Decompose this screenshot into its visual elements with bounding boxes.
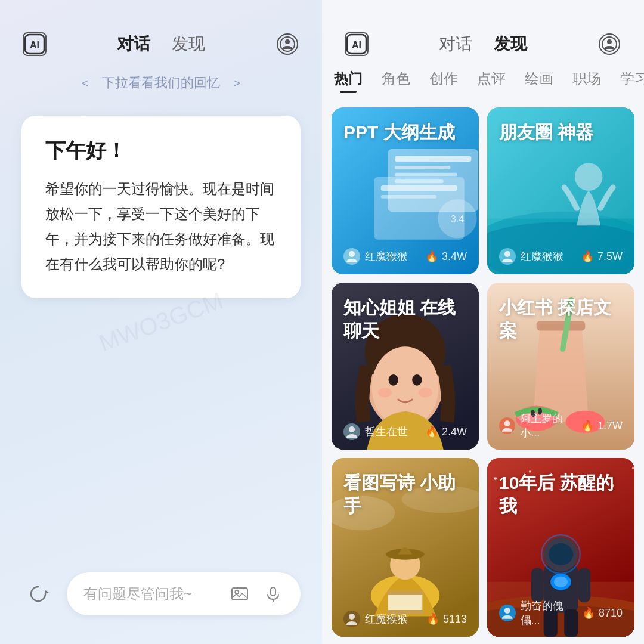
card-poem-footer: 红魔猴猴 🔥 5113 (343, 611, 467, 627)
card-xiaohongshu-avatar (499, 417, 515, 434)
card-friends-author: 红魔猴猴 (499, 248, 564, 265)
card-future-footer: 勤奋的傀儡... 🔥 8710 (499, 599, 623, 627)
card-ppt-footer: 红魔猴猴 🔥 3.4W (343, 248, 467, 265)
left-footer: 有问题尽管问我~ (0, 558, 322, 644)
card-poem-likes: 🔥 5113 (426, 612, 467, 626)
card-friends[interactable]: 朋友圈 神器 红魔猴猴 🔥 7.5W (487, 107, 634, 274)
heart-icon-poem: 🔥 (426, 612, 439, 626)
mic-icon[interactable] (262, 583, 284, 605)
card-xiaohongshu[interactable]: 小红书 探店文案 阿主罗的小... 🔥 1.7W (487, 283, 634, 450)
card-poem-likes-count: 5113 (443, 613, 467, 626)
svg-point-78 (504, 608, 510, 614)
input-placeholder: 有问题尽管问我~ (83, 584, 229, 603)
heart-icon-friends: 🔥 (581, 250, 594, 263)
card-ppt-overlay: PPT 大纲生成 红魔猴猴 🔥 3.4W (332, 107, 479, 274)
card-future-likes-count: 8710 (599, 607, 623, 620)
card-friends-footer: 红魔猴猴 🔥 7.5W (499, 248, 623, 265)
heart-icon-sister: 🔥 (425, 425, 438, 438)
message-card: 下午好！ 希望你的一天过得愉快。现在是时间放松一下，享受一下这个美好的下午，并为… (21, 116, 301, 298)
card-xiaohongshu-title: 小红书 探店文案 (499, 296, 623, 342)
chat-content: 下午好！ 希望你的一天过得愉快。现在是时间放松一下，享受一下这个美好的下午，并为… (0, 104, 322, 558)
card-sister[interactable]: 知心姐姐 在线聊天 哲生在世 🔥 2.4W (332, 283, 479, 450)
nav-item-duihua-left[interactable]: 对话 (117, 33, 150, 55)
input-icons (229, 583, 284, 605)
card-future-avatar (499, 605, 516, 621)
svg-point-48 (504, 420, 510, 426)
ai-logo-right: AI (343, 31, 370, 57)
card-future-author: 勤奋的傀儡... (499, 599, 582, 627)
card-friends-overlay: 朋友圈 神器 红魔猴猴 🔥 7.5W (487, 107, 634, 274)
card-poem[interactable]: 看图写诗 小助手 红魔猴猴 🔥 5113 (332, 458, 479, 637)
tab-role[interactable]: 角色 (382, 69, 410, 93)
svg-rect-7 (271, 587, 275, 596)
right-nav: 对话 发现 (370, 33, 596, 55)
svg-marker-4 (45, 590, 49, 594)
card-xiaohongshu-overlay: 小红书 探店文案 阿主罗的小... 🔥 1.7W (487, 283, 634, 450)
svg-text:AI: AI (352, 40, 361, 50)
card-sister-avatar (343, 423, 360, 440)
left-header: AI 对话 发现 (0, 0, 322, 69)
svg-point-24 (349, 251, 355, 257)
heart-icon-xiaohongshu: 🔥 (581, 419, 594, 432)
left-nav: 对话 发现 (48, 33, 274, 55)
nav-item-faxian-right[interactable]: 发现 (494, 33, 527, 55)
card-friends-avatar (499, 248, 516, 265)
card-ppt-author-name: 红魔猴猴 (365, 249, 408, 264)
card-ppt-avatar (343, 248, 360, 265)
card-future[interactable]: 10年后 苏醒的 我 勤奋的傀儡... 🔥 8710 (487, 458, 634, 637)
user-circle-right (599, 33, 620, 55)
card-sister-author-name: 哲生在世 (365, 425, 408, 439)
memory-prefix: ＜ (78, 75, 91, 90)
input-bar[interactable]: 有问题尽管问我~ (67, 572, 301, 615)
user-icon-right[interactable] (596, 31, 623, 57)
card-poem-overlay: 看图写诗 小助手 红魔猴猴 🔥 5113 (332, 458, 479, 637)
svg-point-30 (504, 251, 510, 257)
ai-logo-left: AI (21, 31, 48, 57)
memory-text: 下拉看看我们的回忆 (102, 75, 220, 90)
refresh-button[interactable] (21, 577, 55, 611)
card-xiaohongshu-likes: 🔥 1.7W (581, 419, 623, 432)
card-poem-avatar (343, 611, 360, 627)
card-future-likes: 🔥 8710 (582, 606, 623, 620)
card-poem-author: 红魔猴猴 (343, 611, 408, 627)
tab-hot[interactable]: 热门 (334, 69, 363, 93)
card-friends-author-name: 红魔猴猴 (521, 249, 564, 264)
card-future-author-name: 勤奋的傀儡... (521, 599, 582, 627)
card-sister-author: 哲生在世 (343, 423, 408, 440)
card-future-title: 10年后 苏醒的 我 (499, 471, 623, 518)
svg-point-3 (285, 39, 290, 44)
tab-review[interactable]: 点评 (477, 69, 506, 93)
cards-grid: 3.4 PPT 大纲生成 红魔猴猴 🔥 3.4W (322, 100, 644, 644)
card-xiaohongshu-likes-count: 1.7W (597, 420, 623, 432)
svg-point-58 (349, 614, 355, 620)
svg-point-39 (349, 426, 355, 432)
card-ppt-title: PPT 大纲生成 (343, 120, 467, 144)
tab-study[interactable]: 学习 (620, 69, 644, 93)
memory-bar[interactable]: ＜ 下拉看看我们的回忆 ＞ (0, 69, 322, 104)
card-ppt-likes: 🔥 3.4W (425, 250, 467, 263)
card-future-overlay: 10年后 苏醒的 我 勤奋的傀儡... 🔥 8710 (487, 458, 634, 637)
left-panel: AI 对话 发现 ＜ 下拉看看我们的回忆 ＞ 下午好！ 希望你的一天过得愉快。 (0, 0, 322, 644)
message-body: 希望你的一天过得愉快。现在是时间放松一下，享受一下这个美好的下午，并为接下来的任… (45, 177, 277, 277)
card-sister-footer: 哲生在世 🔥 2.4W (343, 423, 467, 440)
card-sister-overlay: 知心姐姐 在线聊天 哲生在世 🔥 2.4W (332, 283, 479, 450)
memory-suffix: ＞ (231, 75, 244, 90)
card-ppt[interactable]: 3.4 PPT 大纲生成 红魔猴猴 🔥 3.4W (332, 107, 479, 274)
tab-draw[interactable]: 绘画 (525, 69, 553, 93)
ai-logo-icon-right: AI (345, 32, 369, 56)
card-xiaohongshu-footer: 阿主罗的小... 🔥 1.7W (499, 411, 623, 440)
ai-logo-icon-left: AI (23, 32, 47, 56)
tab-work[interactable]: 职场 (572, 69, 601, 93)
svg-point-6 (235, 590, 239, 594)
message-greeting: 下午好！ (45, 137, 277, 165)
nav-item-faxian-left[interactable]: 发现 (172, 33, 205, 55)
card-sister-likes-count: 2.4W (442, 426, 467, 438)
user-icon-left[interactable] (274, 31, 301, 57)
right-header: AI 对话 发现 (322, 0, 644, 69)
heart-icon-ppt: 🔥 (425, 250, 438, 263)
image-icon[interactable] (229, 583, 250, 605)
nav-item-duihua-right[interactable]: 对话 (439, 33, 472, 55)
tab-create[interactable]: 创作 (429, 69, 458, 93)
card-sister-title: 知心姐姐 在线聊天 (343, 296, 467, 342)
card-xiaohongshu-author-name: 阿主罗的小... (520, 411, 581, 440)
